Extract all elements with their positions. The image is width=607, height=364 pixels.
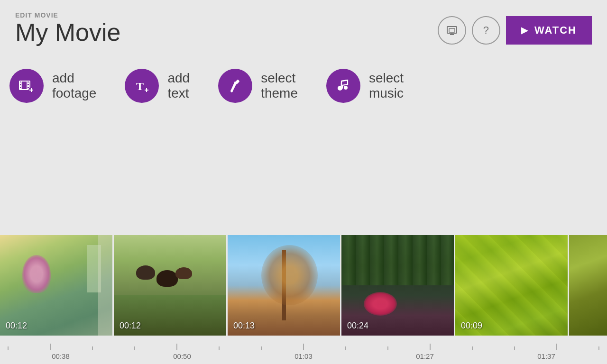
timeline-label-2: 00:50 — [173, 352, 191, 360]
add-text-icon-circle: T — [125, 69, 159, 103]
tick-minor — [92, 346, 93, 350]
add-footage-action[interactable]: add footage — [9, 69, 96, 103]
svg-rect-1 — [449, 28, 455, 32]
add-text-action[interactable]: T add text — [125, 69, 190, 103]
add-footage-label: add footage — [52, 71, 96, 101]
clip-5-duration: 00:09 — [461, 321, 482, 331]
add-text-label: add text — [167, 71, 190, 101]
clip-1[interactable]: 00:12 — [0, 235, 114, 336]
tick-major — [556, 344, 557, 350]
share-button[interactable] — [438, 16, 466, 45]
select-theme-action[interactable]: select theme — [218, 69, 298, 103]
text-icon: T — [134, 78, 150, 94]
svg-point-24 — [344, 86, 348, 90]
actions-row: add footage T add text — [0, 46, 607, 114]
select-music-icon-circle — [326, 69, 360, 103]
watch-label: WATCH — [534, 24, 577, 36]
tick-minor — [261, 346, 262, 350]
clip-2[interactable]: 00:12 — [114, 235, 228, 336]
clip-1-duration: 00:12 — [6, 321, 27, 331]
movie-title: My Movie — [15, 19, 120, 46]
tick-major — [430, 344, 431, 350]
svg-rect-8 — [20, 82, 21, 84]
clip-4-duration: 00:24 — [347, 321, 368, 331]
clip-3-duration: 00:13 — [233, 321, 255, 331]
clip-3[interactable]: 00:13 — [228, 235, 341, 336]
theme-icon — [227, 78, 243, 94]
timeline-ruler: 00:38 00:50 01:03 01:27 01:37 — [0, 336, 607, 364]
svg-rect-9 — [20, 85, 21, 87]
tick-minor — [514, 346, 515, 350]
add-footage-icon-circle — [9, 69, 44, 103]
tick-major — [303, 344, 304, 350]
tick-minor — [134, 346, 135, 350]
svg-rect-10 — [20, 88, 21, 90]
clip-4[interactable]: 00:24 — [341, 235, 455, 336]
svg-point-23 — [338, 86, 342, 90]
select-music-action[interactable]: select music — [326, 69, 404, 103]
music-icon — [335, 78, 351, 94]
clip-6[interactable] — [569, 235, 607, 336]
clips-area: 00:12 00:12 00:13 00:24 00:09 — [0, 235, 607, 336]
watch-button[interactable]: ▶ WATCH — [506, 16, 592, 45]
select-theme-label: select theme — [261, 71, 298, 101]
footage-icon — [18, 78, 35, 94]
timeline-label-3: 01:03 — [294, 352, 313, 360]
tick-major — [50, 344, 51, 350]
select-music-label: select music — [369, 71, 404, 101]
play-icon: ▶ — [521, 25, 529, 36]
edit-label: EDIT MOVIE — [15, 11, 120, 19]
tick-major — [176, 344, 177, 350]
select-theme-icon-circle — [218, 69, 252, 103]
tick-minor — [472, 346, 473, 350]
clip-2-duration: 00:12 — [120, 321, 141, 331]
svg-text:T: T — [136, 80, 144, 92]
timeline-label-4: 01:27 — [416, 352, 434, 360]
header: EDIT MOVIE My Movie ? ▶ WATCH — [0, 0, 607, 46]
timeline-label-1: 00:38 — [52, 352, 70, 360]
tick-minor — [219, 346, 220, 350]
tick-minor — [387, 346, 388, 350]
tick-minor — [8, 346, 9, 350]
tick-minor — [345, 346, 346, 350]
svg-rect-11 — [28, 82, 29, 84]
timeline-label-5: 01:37 — [537, 352, 555, 360]
question-icon: ? — [483, 24, 489, 36]
clip-5[interactable]: 00:09 — [455, 235, 569, 336]
help-button[interactable]: ? — [472, 16, 500, 45]
svg-rect-12 — [28, 85, 29, 87]
header-actions: ? ▶ WATCH — [438, 11, 592, 45]
title-block: EDIT MOVIE My Movie — [15, 11, 120, 46]
tick-minor — [598, 346, 599, 350]
